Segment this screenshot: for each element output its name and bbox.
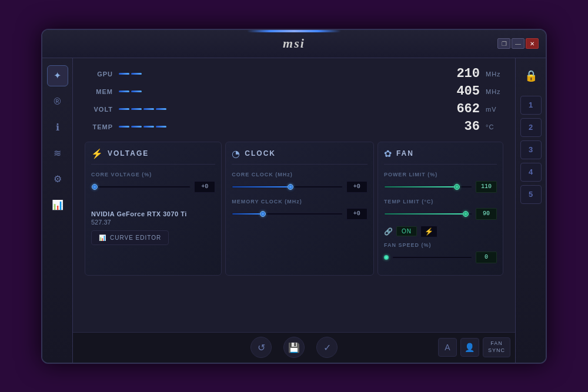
temp-limit-thumb[interactable]	[463, 211, 469, 217]
core-clock-thumb[interactable]	[288, 184, 293, 190]
profile-btn-4[interactable]: 4	[520, 163, 542, 182]
sidebar-item-settings[interactable]: ⚙	[47, 169, 68, 190]
metric-row-temp: TEMP 36 °C	[85, 120, 503, 133]
user-profile-button[interactable]: 👤	[460, 338, 479, 357]
core-clock-label: CORE CLOCK (MHz)	[232, 172, 368, 177]
temp-bar	[119, 125, 166, 129]
mem-clock-thumb[interactable]	[260, 211, 266, 217]
volt-label: VOLT	[85, 106, 113, 113]
power-limit-control: POWER LIMIT (%) 110	[384, 172, 497, 193]
temp-limit-slider-row: 90	[384, 208, 497, 220]
power-limit-value: 110	[476, 181, 497, 193]
clock-panel: ◔ CLOCK CORE CLOCK (MHz) +0 MEMORY CLOCK…	[225, 142, 374, 276]
core-clock-slider-row: +0	[232, 181, 368, 193]
profile-btn-3[interactable]: 3	[520, 140, 542, 159]
reset-button[interactable]: ↺	[250, 337, 272, 358]
fan-panel-header: ✿ FAN	[384, 148, 497, 165]
mem-value: 405	[447, 85, 480, 98]
mem-bar-area	[119, 90, 442, 93]
sidebar-item-oc[interactable]: ≋	[47, 143, 68, 164]
fan-speed-dot	[384, 255, 389, 260]
temp-dash-2	[131, 126, 142, 128]
core-voltage-label: CORE VOLTAGE (%)	[91, 172, 215, 177]
bottom-toolbar: ↺ 💾 ✓ A 👤 FANSYNC	[73, 332, 515, 363]
power-limit-slider-row: 110	[384, 181, 497, 193]
sidebar-item-monitor[interactable]: 📊	[47, 195, 68, 216]
monitor-icon: 📊	[52, 199, 64, 210]
apply-icon: ✓	[323, 342, 331, 353]
mem-clock-slider-row: +0	[232, 208, 368, 220]
power-limit-thumb[interactable]	[454, 184, 460, 190]
close-button[interactable]: ✕	[526, 38, 539, 49]
curve-editor-button[interactable]: 📊 CURVE EDITOR	[91, 230, 169, 245]
temp-dash-1	[119, 126, 129, 128]
sidebar-item-gaming[interactable]: ®	[47, 91, 68, 112]
clock-title: CLOCK	[245, 149, 276, 158]
voltage-panel: ⚡ VOLTAGE CORE VOLTAGE (%) +0 NVID	[85, 142, 222, 276]
core-clock-fill	[232, 186, 287, 187]
gpu-name: NVIDIA GeForce RTX 3070 Ti	[91, 210, 215, 217]
app-window: msi ❐ — ✕ ✦ ® ℹ ≋ ⚙ 📊 🔒 1 2 3 4	[41, 29, 547, 364]
window-controls: ❐ — ✕	[497, 38, 539, 49]
core-voltage-value: +0	[194, 181, 215, 193]
a-label: A	[445, 343, 450, 352]
core-clock-control: CORE CLOCK (MHz) +0	[232, 172, 368, 193]
profile-btn-5[interactable]: 5	[520, 185, 542, 204]
gpu-dash-2	[131, 73, 142, 75]
mem-bar	[119, 90, 142, 93]
apply-button[interactable]: ✓	[316, 337, 338, 358]
temp-limit-control: TEMP LIMIT (°C) 90	[384, 199, 497, 220]
gpu-bar	[119, 72, 142, 76]
sidebar-item-boost[interactable]: ✦	[47, 65, 68, 86]
mem-clock-track[interactable]	[232, 213, 343, 215]
mem-label: MEM	[85, 88, 113, 95]
save-button[interactable]: 💾	[283, 337, 305, 358]
core-clock-value: +0	[346, 181, 368, 193]
sidebar-item-info[interactable]: ℹ	[47, 117, 68, 138]
title-bar: msi ❐ — ✕	[42, 30, 546, 58]
temp-limit-track[interactable]	[384, 213, 472, 215]
profile-btn-2[interactable]: 2	[520, 118, 542, 137]
minimize-button[interactable]: —	[512, 38, 524, 49]
volt-dash-1	[119, 108, 129, 110]
user-a-button[interactable]: A	[438, 338, 457, 357]
core-clock-track[interactable]	[232, 186, 343, 188]
fan-speed-label: FAN SPEED (%)	[384, 242, 497, 248]
main-content: GPU 210 MHz MEM	[73, 58, 515, 363]
save-icon: 💾	[288, 342, 300, 353]
core-voltage-thumb[interactable]	[92, 184, 98, 190]
fan-title: FAN	[396, 149, 414, 158]
profile-btn-1[interactable]: 1	[520, 96, 542, 115]
temp-limit-fill	[385, 213, 463, 215]
temp-dash-4	[156, 126, 166, 128]
flash-icon[interactable]: ⚡	[420, 226, 437, 237]
metric-row-volt: VOLT 662 mV	[85, 103, 503, 116]
power-limit-label: POWER LIMIT (%)	[384, 172, 497, 177]
on-toggle[interactable]: ON	[396, 226, 417, 236]
power-limit-track[interactable]	[384, 186, 472, 188]
metric-row-mem: MEM 405 MHz	[85, 85, 503, 98]
mem-clock-control: MEMORY CLOCK (MHz) +0	[232, 199, 368, 220]
oc-icon: ≋	[54, 148, 61, 159]
lock-icon[interactable]: 🔒	[520, 65, 542, 86]
gpu-value: 210	[447, 68, 480, 81]
fan-speed-control: FAN SPEED (%) 0	[384, 242, 497, 263]
restore-button[interactable]: ❐	[497, 38, 510, 49]
fan-speed-row: 0	[384, 252, 497, 263]
right-sidebar: 🔒 1 2 3 4 5	[515, 58, 546, 363]
mem-clock-value: +0	[346, 208, 368, 220]
fan-speed-track[interactable]	[392, 256, 472, 259]
temp-label: TEMP	[85, 123, 113, 130]
mem-dash-2	[131, 91, 142, 92]
mem-unit: MHz	[486, 88, 503, 95]
gpu-info-section: NVIDIA GeForce RTX 3070 Ti 527.37	[91, 210, 215, 226]
clock-icon: ◔	[232, 148, 240, 159]
gear-icon: ⚙	[54, 173, 62, 185]
control-panels: ⚡ VOLTAGE CORE VOLTAGE (%) +0 NVID	[85, 142, 503, 276]
voltage-panel-header: ⚡ VOLTAGE	[91, 148, 215, 165]
core-voltage-track[interactable]	[91, 186, 191, 188]
volt-dash-3	[143, 108, 154, 110]
info-icon: ℹ	[56, 122, 59, 133]
fan-sync-button[interactable]: FANSYNC	[483, 337, 510, 357]
bar-chart-icon: 📊	[99, 234, 106, 241]
